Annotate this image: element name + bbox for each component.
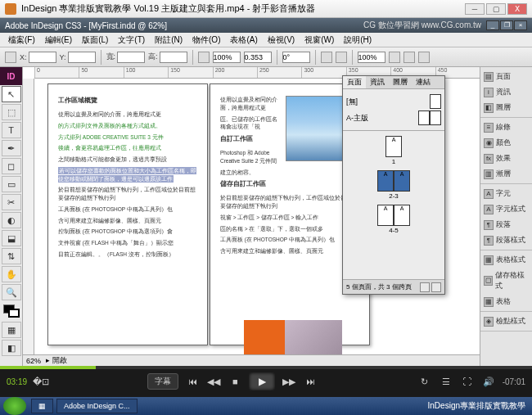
spread-2-3[interactable]: AA 2-3 [377, 170, 410, 200]
panel-paragraph[interactable]: ¶段落 [480, 217, 532, 232]
playlist-button[interactable]: ☰ [439, 374, 453, 389]
page-thumb-4[interactable]: A [377, 205, 394, 226]
selection-tool[interactable]: ↖ [2, 86, 21, 102]
forward-button[interactable]: ▶▶ [282, 374, 296, 389]
view-mode-normal[interactable]: ▦ [2, 322, 21, 338]
app-close-button[interactable]: × [514, 20, 527, 30]
fit-icon[interactable] [389, 52, 400, 63]
center-icon[interactable] [418, 52, 430, 63]
menu-layout[interactable]: 版面(L) [77, 33, 113, 47]
page-thumb-5[interactable]: A [394, 205, 410, 226]
rotate-tool[interactable]: ◐ [2, 212, 21, 228]
panel-table[interactable]: ▦表格 [480, 294, 532, 309]
prev-button[interactable]: ⏮ [185, 374, 200, 389]
fullscreen-button[interactable]: ⛶ [460, 374, 475, 389]
tab-pages[interactable]: 頁面 [343, 76, 366, 88]
play-button[interactable]: ▶ [249, 372, 275, 390]
menu-window[interactable]: 視窗(W) [300, 33, 339, 47]
h-field[interactable] [160, 52, 187, 63]
panel-stroke[interactable]: ≡線條 [480, 120, 532, 135]
menu-object[interactable]: 物件(O) [187, 33, 225, 47]
page-thumb-1[interactable]: A [385, 136, 402, 157]
scale-x-field[interactable] [213, 52, 241, 63]
rectangle-tool[interactable]: ▭ [2, 176, 21, 192]
view-mode-preview[interactable]: ◧ [2, 340, 21, 356]
flip-h-icon[interactable] [321, 52, 332, 63]
subtitle-button[interactable]: 字幕 [147, 373, 178, 390]
spread-4-5[interactable]: AA 4-5 [377, 205, 410, 234]
stop-button[interactable]: ■ [228, 374, 242, 389]
panel-char-styles[interactable]: A字元樣式 [480, 201, 532, 217]
menu-file[interactable]: 檔案(F) [3, 33, 40, 47]
eyedropper-tool[interactable]: ⇅ [2, 248, 21, 264]
rectangle-frame-tool[interactable]: ◻ [2, 158, 21, 174]
panel-color[interactable]: ◉顏色 [480, 135, 532, 151]
fill-icon[interactable] [404, 52, 415, 63]
panel-character[interactable]: A字元 [480, 186, 532, 201]
panel-gradient[interactable]: ▥漸層 [480, 166, 532, 182]
master-none[interactable]: [無] [346, 94, 441, 109]
direct-selection-tool[interactable]: ⬚ [2, 104, 21, 120]
tab-info[interactable]: 資訊 [366, 76, 389, 88]
tab-links[interactable]: 連結 [412, 76, 435, 88]
page-left[interactable]: 工作區域概覽 使用以直覺及相同的介面，跨應用程式更 的方式排列文件及面板的各種方… [47, 83, 208, 345]
fill-stroke-swatch[interactable] [3, 304, 20, 318]
panel-effects[interactable]: fx效果 [480, 151, 532, 166]
menu-view[interactable]: 檢視(V) [263, 33, 300, 47]
menu-edit[interactable]: 編輯(E) [40, 33, 77, 47]
spread-1[interactable]: A 1 [385, 136, 402, 165]
pages-panel[interactable]: 頁面 資訊 圖層 連結 [無] A-主版 A 1 AA 2-3 AA 4-5 5… [342, 75, 445, 295]
menu-type[interactable]: 文字(T) [113, 33, 150, 47]
shear-field[interactable] [244, 52, 272, 63]
page-thumb-2[interactable]: A [377, 170, 394, 192]
open-file-button[interactable]: �⊡ [34, 374, 48, 389]
panel-layers[interactable]: ◧圖層 [480, 100, 532, 115]
rotate-field[interactable] [282, 52, 310, 63]
delete-page-button[interactable] [431, 282, 441, 292]
pages-panel-tabs: 頁面 資訊 圖層 連結 [343, 76, 444, 89]
panel-pages[interactable]: ▤頁面 [480, 69, 532, 84]
gradient-tool[interactable]: ⬓ [2, 230, 21, 246]
volume-button[interactable]: 🔊 [481, 374, 496, 389]
panel-para-styles[interactable]: ¶段落樣式 [480, 232, 532, 248]
zoom-tool[interactable]: 🔍 [2, 284, 21, 300]
hand-tool[interactable]: ✋ [2, 266, 21, 282]
master-a[interactable]: A-主版 [346, 111, 441, 125]
flip-v-icon[interactable] [336, 52, 347, 63]
fx-icon: fx [484, 154, 494, 164]
panel-table-styles[interactable]: ▦表格樣式 [480, 252, 532, 268]
taskbar-item-explorer[interactable]: ▦ [31, 399, 53, 413]
panel-object-styles[interactable]: ◈檢點樣式 [480, 314, 532, 329]
y-field[interactable] [68, 52, 96, 63]
zoom-level[interactable]: 62% [26, 357, 41, 365]
scissors-tool[interactable]: ✂ [2, 194, 21, 210]
start-button[interactable] [3, 397, 26, 415]
menu-notes[interactable]: 附註(N) [150, 33, 187, 47]
tab-layers[interactable]: 圖層 [389, 76, 412, 88]
panel-info[interactable]: i資訊 [480, 84, 532, 100]
w-field[interactable] [117, 52, 145, 63]
next-button[interactable]: ⏭ [303, 374, 318, 389]
status-open[interactable]: ▸ 開啟 [46, 355, 67, 366]
type-tool[interactable]: T [2, 122, 21, 138]
reference-point-icon[interactable] [5, 52, 16, 63]
window-minimize-button[interactable]: ─ [465, 3, 485, 15]
taskbar-item-indesign[interactable]: Adobe InDesign C... [56, 399, 138, 413]
loop-button[interactable]: ↻ [417, 374, 432, 389]
pen-tool[interactable]: ✒ [2, 140, 21, 156]
page-thumb-3[interactable]: A [394, 170, 410, 192]
menu-table[interactable]: 表格(A) [225, 33, 262, 47]
menu-help[interactable]: 說明(H) [339, 33, 376, 47]
window-close-button[interactable]: Ⅹ [507, 3, 527, 15]
new-page-button[interactable] [420, 282, 430, 292]
window-maximize-button[interactable]: ▢ [486, 3, 506, 15]
player-window-titlebar: InDesign 專業排版實戰教學 Vol.19 主版建立與套用.mp4 - 射… [0, 0, 532, 18]
panel-cell-styles[interactable]: ▢儲存格樣式 [480, 268, 532, 294]
x-field[interactable] [29, 52, 56, 63]
seek-bar[interactable] [0, 366, 532, 369]
rewind-button[interactable]: ◀◀ [206, 374, 221, 389]
scale-pct-field[interactable] [358, 52, 385, 63]
constrain-icon[interactable] [198, 52, 210, 63]
app-restore-button[interactable]: ❐ [500, 20, 513, 30]
app-minimize-button[interactable]: _ [486, 20, 499, 30]
